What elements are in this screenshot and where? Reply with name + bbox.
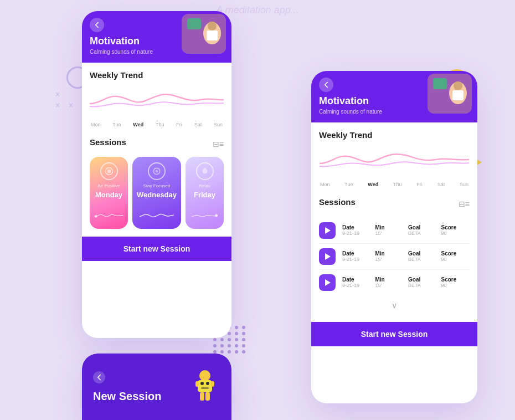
col-date-1: Date 9-21-19 [342,224,371,236]
svg-rect-1 [187,18,201,29]
col-min-3: Min 15' [375,276,404,288]
left-weekly-trend: Weekly Trend Mon Tue Wed Thu Fri Sat Sun [82,63,231,132]
right-wave-chart [319,144,470,175]
card-wave-friday [190,208,219,223]
session-row-3: Date 9-21-19 Min 15' Goal BETA Score 90 [319,270,470,295]
svg-rect-21 [198,380,212,392]
svg-point-23 [206,382,209,385]
right-sessions-title: Sessions [319,197,356,207]
svg-rect-27 [200,392,204,401]
svg-marker-17 [325,227,331,234]
day-fri: Fri [176,122,182,127]
day-thu: Thu [156,122,164,127]
svg-rect-25 [195,381,199,387]
r-day-sat: Sat [437,182,445,187]
card-sublabel-wednesday: Stay Focused [143,183,171,188]
svg-rect-5 [207,30,218,40]
session-card-monday[interactable]: Be Positive Monday [90,157,128,229]
card-day-friday: Friday [194,191,215,199]
svg-rect-28 [205,392,210,401]
r-day-fri: Fri [416,182,423,187]
session-info-2: Date 9-21-19 Min 15' Goal BETA Score 90 [342,250,470,262]
svg-rect-16 [452,90,463,100]
r-day-thu: Thu [393,182,402,187]
svg-point-22 [200,382,204,385]
session-info-1: Date 9-21-19 Min 15' Goal BETA Score 90 [342,224,470,236]
day-sun: Sun [214,122,223,127]
r-day-wed: Wed [368,182,378,187]
session-icon-friday [196,162,214,180]
left-filter-icon[interactable]: ⊟≡ [213,140,224,148]
bottom-phone: New Session [82,354,231,420]
card-wave-monday [94,208,123,223]
day-sat: Sat [194,122,202,127]
svg-point-20 [199,370,210,381]
right-back-button[interactable] [319,78,333,92]
right-phone-header: Motivation Calming sounds of nature [311,71,477,122]
svg-marker-19 [325,279,331,286]
session-icon-monday [100,162,118,180]
day-wed: Wed [133,122,143,127]
r-day-tue: Tue [344,182,353,187]
session-row-2: Date 9-21-19 Min 15' Goal BETA Score 90 [319,244,470,270]
col-score-3: Score 90 [441,276,470,288]
col-min-2: Min 15' [375,250,404,262]
col-goal-1: Goal BETA [408,224,437,236]
day-mon: Mon [91,122,101,127]
robot-illustration [190,369,220,405]
col-score-2: Score 90 [441,250,470,262]
left-wave-chart [90,84,224,115]
right-sessions-list: Date 9-21-19 Min 15' Goal BETA Score 90 [319,217,470,296]
r-day-mon: Mon [320,182,330,187]
left-session-cards: Be Positive Monday Stay Focused Wednesda… [90,157,224,229]
left-phone: Motivation Calming sounds of nature Week… [82,11,231,338]
bottom-phone-header: New Session [82,354,231,420]
chevron-down-icon[interactable]: ∨ [319,296,470,314]
left-start-session-button[interactable]: Start new Session [82,237,231,261]
card-sublabel-friday: Relax [199,183,210,188]
right-trend-title: Weekly Trend [319,130,470,140]
bottom-back-button[interactable] [93,371,105,383]
right-weekly-trend: Weekly Trend Mon Tue Wed Thu Fri Sat Sun [311,122,477,192]
left-header-illustration [182,14,226,54]
svg-point-4 [208,22,217,30]
svg-marker-18 [325,253,331,260]
left-sessions-header: Sessions ⊟≡ [90,137,224,151]
right-sessions-header: Sessions ⊟≡ [319,197,470,211]
play-button-2[interactable] [319,248,336,265]
left-phone-header: Motivation Calming sounds of nature [82,11,231,63]
decorative-x-marks: ×× × [55,89,76,111]
left-day-labels: Mon Tue Wed Thu Fri Sat Sun [90,122,224,127]
r-day-sun: Sun [460,182,468,187]
play-button-3[interactable] [319,274,336,291]
right-phone: Motivation Calming sounds of nature Week… [311,71,477,403]
col-date-2: Date 9-21-19 [342,250,371,262]
right-filter-icon[interactable]: ⊟≡ [459,199,470,208]
left-sessions: Sessions ⊟≡ Be Positive Monday [82,132,231,237]
day-tue: Tue [112,122,121,127]
left-sessions-title: Sessions [90,137,126,147]
col-goal-3: Goal BETA [408,276,437,288]
svg-rect-26 [211,381,214,387]
col-min-1: Min 15' [375,224,404,236]
session-info-3: Date 9-21-19 Min 15' Goal BETA Score 90 [342,276,470,288]
card-day-wednesday: Wednesday [137,191,177,199]
right-start-session-button[interactable]: Start new Session [311,322,477,346]
session-card-wednesday[interactable]: Stay Focused Wednesday [132,157,181,229]
right-sessions: Sessions ⊟≡ Date 9-21-19 Min 15' [311,192,477,322]
left-back-button[interactable] [90,18,104,32]
left-trend-title: Weekly Trend [90,70,224,80]
right-header-illustration [428,74,472,114]
session-icon-wednesday [148,162,166,180]
col-date-3: Date 9-21-19 [342,276,371,288]
svg-rect-24 [201,387,209,389]
session-row-1: Date 9-21-19 Min 15' Goal BETA Score 90 [319,218,470,244]
col-score-1: Score 90 [441,224,470,236]
col-goal-2: Goal BETA [408,250,437,262]
svg-point-9 [156,170,158,172]
svg-point-15 [454,81,462,90]
right-day-labels: Mon Tue Wed Thu Fri Sat Sun [319,182,470,187]
svg-rect-12 [433,78,447,89]
play-button-1[interactable] [319,222,336,239]
session-card-friday[interactable]: Relax Friday [186,157,224,229]
